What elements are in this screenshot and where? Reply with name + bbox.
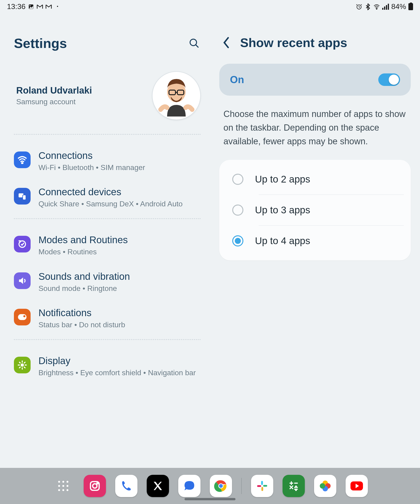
svg-point-9 xyxy=(22,162,23,164)
taskbar-app-youtube[interactable] xyxy=(346,475,368,497)
taskbar-app-instagram[interactable] xyxy=(84,475,106,497)
svg-point-27 xyxy=(296,490,296,490)
item-title: Connections xyxy=(38,150,145,161)
account-sub: Samsung account xyxy=(16,97,92,106)
option-label: Up to 2 apps xyxy=(255,174,310,185)
notification-icon xyxy=(14,309,30,325)
svg-rect-24 xyxy=(262,487,263,491)
taskbar-app-chrome[interactable] xyxy=(210,475,232,497)
item-sub: Quick Share • Samsung DeX • Android Auto xyxy=(38,199,183,209)
brightness-icon xyxy=(14,357,30,373)
settings-item-display[interactable]: Display Brightness • Eye comfort shield … xyxy=(14,348,201,385)
taskbar-app-messages[interactable] xyxy=(178,475,201,497)
item-title: Connected devices xyxy=(38,186,183,198)
options-card: Up to 2 apps Up to 3 apps Up to 4 apps xyxy=(219,160,411,260)
item-sub: Brightness • Eye comfort shield • Naviga… xyxy=(38,368,196,378)
option-label: Up to 4 apps xyxy=(255,235,310,246)
status-bar: 13:36 • 84% xyxy=(0,0,420,12)
radio-icon xyxy=(232,174,243,185)
svg-point-3 xyxy=(376,8,377,9)
toggle-label: On xyxy=(230,74,244,85)
divider xyxy=(14,339,201,340)
account-name: Roland Udvarlaki xyxy=(16,85,92,96)
detail-title: Show recent apps xyxy=(240,36,347,50)
gmail-icon-1 xyxy=(37,3,43,10)
item-title: Modes and Routines xyxy=(38,234,128,246)
settings-item-connections[interactable]: Connections Wi-Fi • Bluetooth • SIM mana… xyxy=(14,143,201,180)
taskbar-app-calculator[interactable] xyxy=(283,475,305,497)
svg-point-15 xyxy=(21,363,24,367)
item-title: Notifications xyxy=(38,307,125,318)
bluetooth-icon xyxy=(365,3,371,10)
settings-item-modes-routines[interactable]: Modes and Routines Modes • Routines xyxy=(14,228,201,264)
option-up-to-2[interactable]: Up to 2 apps xyxy=(219,164,411,195)
taskbar-app-slack[interactable] xyxy=(251,475,273,497)
sound-icon xyxy=(14,272,30,289)
svg-rect-22 xyxy=(261,481,263,485)
svg-point-26 xyxy=(296,486,296,487)
wifi-icon xyxy=(14,151,30,168)
svg-point-17 xyxy=(93,484,97,488)
toggle-switch[interactable] xyxy=(378,73,400,86)
more-notifications-dot: • xyxy=(54,3,61,10)
svg-rect-23 xyxy=(263,485,267,487)
svg-point-31 xyxy=(320,483,325,488)
wifi-icon xyxy=(373,3,380,10)
search-button[interactable] xyxy=(188,37,201,50)
option-up-to-4[interactable]: Up to 4 apps xyxy=(219,226,411,256)
svg-point-18 xyxy=(97,483,98,484)
settings-item-connected-devices[interactable]: Connected devices Quick Share • Samsung … xyxy=(14,180,201,216)
routines-icon xyxy=(14,236,30,252)
taskbar-separator xyxy=(241,478,242,494)
svg-rect-25 xyxy=(257,485,261,487)
master-toggle-card[interactable]: On xyxy=(219,64,411,96)
item-sub: Modes • Routines xyxy=(38,247,128,257)
item-sub: Wi-Fi • Bluetooth • SIM manager xyxy=(38,162,145,173)
option-description: Choose the maximum number of apps to sho… xyxy=(219,96,411,160)
detail-pane: Show recent apps On Choose the maximum n… xyxy=(210,12,420,385)
item-sub: Sound mode • Ringtone xyxy=(38,283,130,294)
image-notification-icon xyxy=(28,3,34,10)
taskbar-app-photos[interactable] xyxy=(314,475,336,497)
option-label: Up to 3 apps xyxy=(255,204,310,216)
settings-item-sounds[interactable]: Sounds and vibration Sound mode • Ringto… xyxy=(14,264,201,300)
item-sub: Status bar • Do not disturb xyxy=(38,320,125,330)
back-button[interactable] xyxy=(222,38,231,47)
alarm-icon xyxy=(356,3,362,10)
signal-icon xyxy=(382,4,389,10)
samsung-account-row[interactable]: Roland Udvarlaki Samsung account xyxy=(14,65,201,132)
svg-point-14 xyxy=(23,315,25,317)
gmail-icon-2 xyxy=(45,3,52,10)
svg-rect-11 xyxy=(23,195,26,200)
status-time: 13:36 xyxy=(7,2,25,11)
settings-item-notifications[interactable]: Notifications Status bar • Do not distur… xyxy=(14,300,201,337)
item-title: Display xyxy=(38,355,196,366)
divider xyxy=(14,218,201,219)
item-title: Sounds and vibration xyxy=(38,271,130,282)
battery-icon xyxy=(408,3,413,10)
svg-rect-13 xyxy=(18,314,27,320)
divider xyxy=(14,134,201,135)
apps-drawer-button[interactable] xyxy=(52,475,74,497)
taskbar-app-phone[interactable] xyxy=(115,475,137,497)
avatar[interactable] xyxy=(152,71,201,120)
battery-percent: 84% xyxy=(391,2,406,11)
svg-point-4 xyxy=(190,39,197,46)
option-up-to-3[interactable]: Up to 3 apps xyxy=(219,195,411,225)
taskbar xyxy=(0,468,420,504)
page-title: Settings xyxy=(14,36,67,51)
radio-icon-selected xyxy=(232,235,243,246)
settings-list-pane: Settings Roland Udvarlaki Samsung accoun… xyxy=(0,12,210,385)
svg-point-1 xyxy=(30,5,30,6)
navigation-handle[interactable] xyxy=(184,498,236,500)
devices-icon xyxy=(14,188,30,204)
radio-icon xyxy=(232,204,243,216)
taskbar-app-x[interactable] xyxy=(147,475,169,497)
